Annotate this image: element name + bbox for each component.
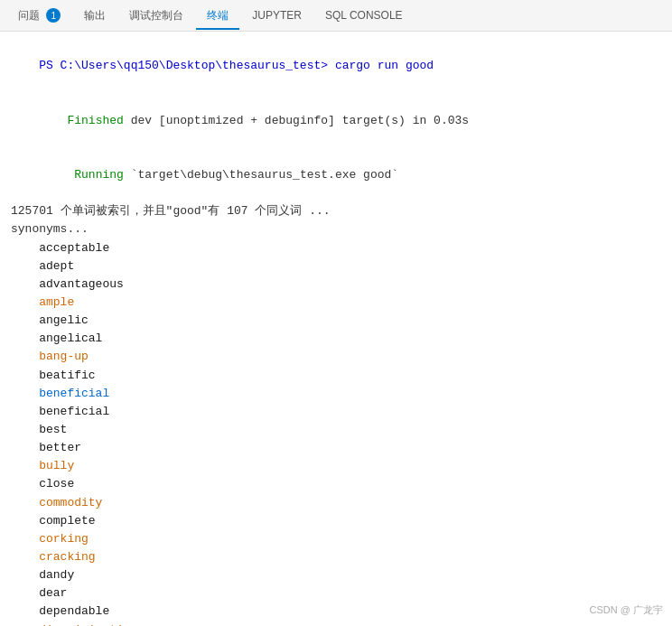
list-item: angelic: [11, 312, 661, 330]
terminal-line-index: 125701 个单词被索引，并且"good"有 107 个同义词 ...: [11, 202, 661, 220]
tab-terminal[interactable]: 终端: [196, 3, 239, 29]
list-item: angelical: [11, 330, 661, 348]
list-item: discriminating: [11, 621, 661, 627]
list-item: bang-up: [11, 348, 661, 366]
list-item: dependable: [11, 603, 661, 621]
terminal-prompt-line: PS C:\Users\qq150\Desktop\thesaurus_test…: [11, 39, 661, 93]
list-item: dear: [11, 584, 661, 603]
prompt-text: PS C:\Users\qq150\Desktop\thesaurus_test…: [39, 59, 328, 72]
list-item: commodity: [11, 494, 661, 512]
list-item: bully: [11, 457, 661, 475]
watermark: CSDN @ 广龙宇: [590, 603, 663, 617]
tab-debug-console[interactable]: 调试控制台: [118, 3, 194, 29]
problems-badge: 1: [46, 8, 61, 23]
terminal-line-finished: Finished dev [unoptimized + debuginfo] t…: [11, 93, 661, 147]
terminal-line-synonyms-header: synonyms...: [11, 220, 661, 238]
tab-jupyter[interactable]: JUPYTER: [241, 4, 313, 27]
list-item: cracking: [11, 548, 661, 566]
tab-problems[interactable]: 问题 1: [7, 3, 71, 29]
terminal-line-running: Running `target\debug\thesaurus_test.exe…: [11, 148, 661, 202]
list-item: beneficial: [11, 385, 661, 403]
list-item: best: [11, 421, 661, 439]
list-item: complete: [11, 512, 661, 530]
list-item: better: [11, 439, 661, 457]
list-item: ample: [11, 294, 661, 312]
list-item: adept: [11, 257, 661, 276]
tab-bar: 问题 1 输出 调试控制台 终端 JUPYTER SQL CONSOLE: [0, 0, 672, 32]
list-item: beneficial: [11, 403, 661, 421]
list-item: close: [11, 475, 661, 493]
list-item: corking: [11, 530, 661, 548]
list-item: advantageous: [11, 276, 661, 294]
list-item: beatific: [11, 367, 661, 385]
tab-sql-console[interactable]: SQL CONSOLE: [314, 4, 414, 27]
terminal-body[interactable]: PS C:\Users\qq150\Desktop\thesaurus_test…: [0, 32, 672, 626]
list-item: dandy: [11, 566, 661, 584]
command-text: cargo run good: [328, 59, 434, 72]
tab-output[interactable]: 输出: [73, 3, 117, 29]
list-item: acceptable: [11, 239, 661, 257]
